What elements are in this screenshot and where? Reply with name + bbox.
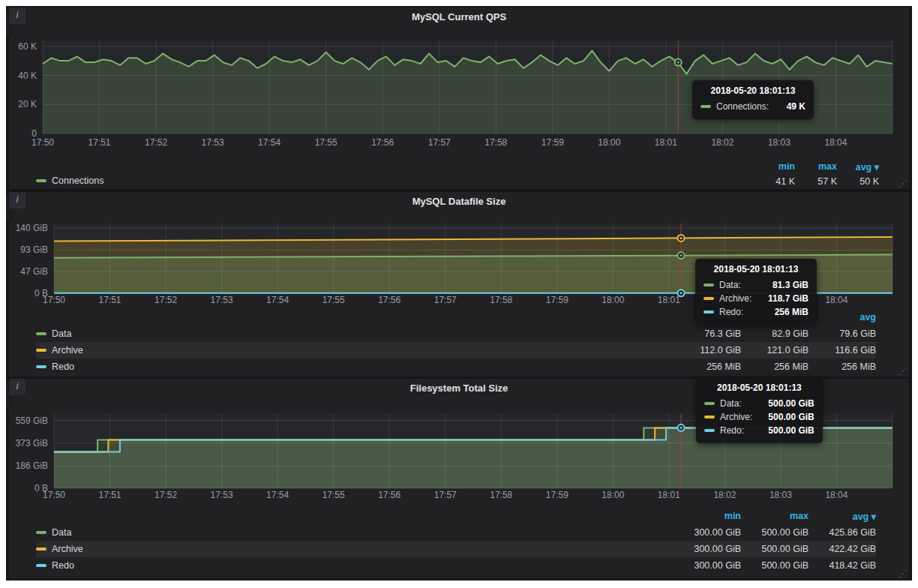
series-color-dash <box>36 365 46 368</box>
info-icon: i <box>16 194 19 205</box>
svg-text:17:54: 17:54 <box>258 137 280 148</box>
legend-avg-value: 256 MiB <box>808 362 876 372</box>
svg-text:17:57: 17:57 <box>434 295 457 305</box>
legend-header-min[interactable]: min <box>753 161 795 172</box>
panel-info-corner[interactable]: i <box>9 8 26 24</box>
svg-text:18:03: 18:03 <box>768 137 790 148</box>
legend: Connections min max avg ▾ 41 K 57 K 50 K <box>9 159 909 189</box>
legend-min-value: 256 MiB <box>674 362 741 372</box>
svg-text:17:50: 17:50 <box>32 137 54 148</box>
tooltip-series-value: 500.00 GiB <box>758 412 814 422</box>
legend-header-avg[interactable]: avg ▾ <box>837 161 879 172</box>
legend-series-data[interactable]: Data <box>36 328 674 339</box>
legend-avg-value: 418.42 GiB <box>808 560 876 571</box>
svg-text:17:55: 17:55 <box>315 137 338 148</box>
series-color-dash <box>704 416 715 418</box>
svg-text:559 GiB: 559 GiB <box>16 416 48 426</box>
legend-series-label: Connections <box>52 176 104 186</box>
chart-tooltip: 2018-05-20 18:01:13 Connections: 49 K <box>692 80 814 119</box>
legend-min-value: 41 K <box>753 176 795 187</box>
svg-text:17:52: 17:52 <box>154 295 177 305</box>
tooltip-series-label: Data: <box>719 280 741 290</box>
legend-avg-value: 116.6 GiB <box>808 345 876 356</box>
svg-text:17:52: 17:52 <box>145 137 167 148</box>
series-color-dash <box>36 349 46 352</box>
svg-text:17:50: 17:50 <box>43 295 65 305</box>
grafana-dashboard: ⋮ ⋮ ⋮ i MySQL Current QPS 60 K40 K20 K01… <box>6 6 912 580</box>
svg-text:18:00: 18:00 <box>598 137 620 148</box>
svg-text:20 K: 20 K <box>18 99 37 110</box>
legend-series-redo[interactable]: Redo <box>36 362 674 372</box>
svg-text:17:56: 17:56 <box>378 295 400 305</box>
series-color-dash <box>704 310 714 314</box>
svg-text:186 GiB: 186 GiB <box>16 460 48 471</box>
legend-max-value: 500.00 GiB <box>741 560 808 571</box>
panel-info-corner[interactable]: i <box>9 192 26 208</box>
tooltip-series-value: 500.00 GiB <box>758 398 814 409</box>
svg-text:17:54: 17:54 <box>266 295 289 305</box>
svg-text:17:58: 17:58 <box>484 137 507 148</box>
series-color-dash <box>704 284 714 286</box>
tooltip-series-label: Redo: <box>720 425 744 436</box>
svg-text:17:51: 17:51 <box>99 490 122 500</box>
svg-text:17:59: 17:59 <box>542 137 564 148</box>
svg-text:60 K: 60 K <box>18 41 37 52</box>
legend-avg-value: 79.6 GiB <box>808 328 876 339</box>
legend-max-value: 57 K <box>795 176 837 187</box>
svg-text:18:02: 18:02 <box>713 490 736 500</box>
legend-header-avg[interactable]: avg ▾ <box>808 511 876 522</box>
legend-min-value: 300.00 GiB <box>674 527 741 538</box>
legend-header-avg[interactable]: avg <box>808 312 876 322</box>
svg-text:17:58: 17:58 <box>490 490 512 500</box>
tooltip-series-label: Archive: <box>720 412 752 422</box>
resize-handle-icon[interactable]: ⋰ <box>898 178 908 189</box>
svg-text:18:04: 18:04 <box>825 490 848 500</box>
legend-avg-value: 422.42 GiB <box>808 544 876 554</box>
svg-text:17:56: 17:56 <box>378 490 400 500</box>
legend-series-archive[interactable]: Archive <box>36 544 674 554</box>
tooltip-series-value: 81.3 GiB <box>762 280 808 290</box>
svg-text:17:54: 17:54 <box>266 490 289 500</box>
legend-header-max[interactable]: max <box>741 511 808 521</box>
info-icon: i <box>16 381 19 392</box>
tooltip-series-label: Redo: <box>719 307 743 317</box>
resize-handle-icon[interactable]: ⋰ <box>898 365 908 376</box>
series-color-dash <box>704 402 715 405</box>
series-color-dash <box>704 429 715 432</box>
legend-series-data[interactable]: Data <box>36 527 674 538</box>
legend-series-archive[interactable]: Archive <box>36 345 674 356</box>
legend-series-connections[interactable]: Connections <box>36 176 104 186</box>
legend-stats: min max avg ▾ 41 K 57 K 50 K <box>753 159 879 189</box>
svg-text:17:51: 17:51 <box>99 295 122 305</box>
legend-series-redo[interactable]: Redo <box>36 560 674 571</box>
tooltip-series-label: Archive: <box>719 293 752 304</box>
series-color-dash <box>36 564 46 567</box>
panel-info-corner[interactable]: i <box>9 379 26 395</box>
legend-min-value: 300.00 GiB <box>674 560 741 571</box>
series-color-dash <box>704 297 714 300</box>
series-color-dash <box>36 531 46 534</box>
legend-min-value: 76.3 GiB <box>674 328 741 339</box>
svg-text:17:52: 17:52 <box>154 490 177 500</box>
info-icon: i <box>16 10 19 20</box>
panel-title[interactable]: MySQL Current QPS <box>9 8 909 27</box>
svg-text:18:01: 18:01 <box>655 137 677 148</box>
svg-text:17:58: 17:58 <box>490 295 512 305</box>
legend-max-value: 82.9 GiB <box>741 328 808 339</box>
svg-text:18:02: 18:02 <box>711 137 734 148</box>
svg-text:17:55: 17:55 <box>322 490 345 500</box>
svg-text:18:03: 18:03 <box>770 490 792 500</box>
series-color-dash <box>36 332 46 335</box>
tooltip-timestamp: 2018-05-20 18:01:13 <box>704 264 808 274</box>
legend-header-max[interactable]: max <box>795 161 837 172</box>
legend-header-min[interactable]: min <box>674 511 741 521</box>
svg-text:140 GiB: 140 GiB <box>16 223 48 233</box>
legend-min-value: 300.00 GiB <box>674 544 741 554</box>
tooltip-series-label: Connections: <box>716 101 769 112</box>
tooltip-series-value: 500.00 GiB <box>758 425 814 436</box>
resize-handle-icon[interactable]: ⋰ <box>898 568 908 579</box>
svg-text:17:57: 17:57 <box>434 490 457 500</box>
panel-title[interactable]: MySQL Datafile Size <box>9 192 909 212</box>
svg-text:17:57: 17:57 <box>428 137 451 148</box>
svg-text:18:00: 18:00 <box>602 490 624 500</box>
